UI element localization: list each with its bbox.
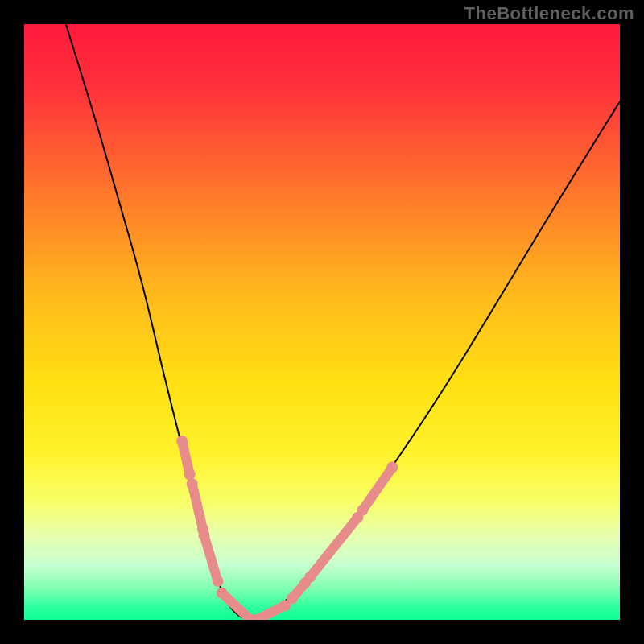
highlight-dot: [217, 588, 228, 599]
highlight-dot: [287, 592, 298, 604]
highlight-dot: [176, 436, 188, 447]
gradient-background: [24, 24, 620, 620]
highlight-dot: [184, 469, 196, 480]
highlight-dot: [187, 478, 198, 489]
highlight-dot: [386, 462, 398, 473]
highlight-dot: [198, 530, 209, 541]
watermark-text: TheBottleneck.com: [464, 3, 634, 24]
chart-frame: TheBottleneck.com: [0, 0, 644, 644]
highlight-dot: [213, 576, 224, 587]
plot-area: [24, 24, 620, 620]
highlight-dot: [357, 505, 368, 516]
highlight-dot: [304, 572, 316, 583]
bottleneck-chart: [24, 24, 620, 620]
